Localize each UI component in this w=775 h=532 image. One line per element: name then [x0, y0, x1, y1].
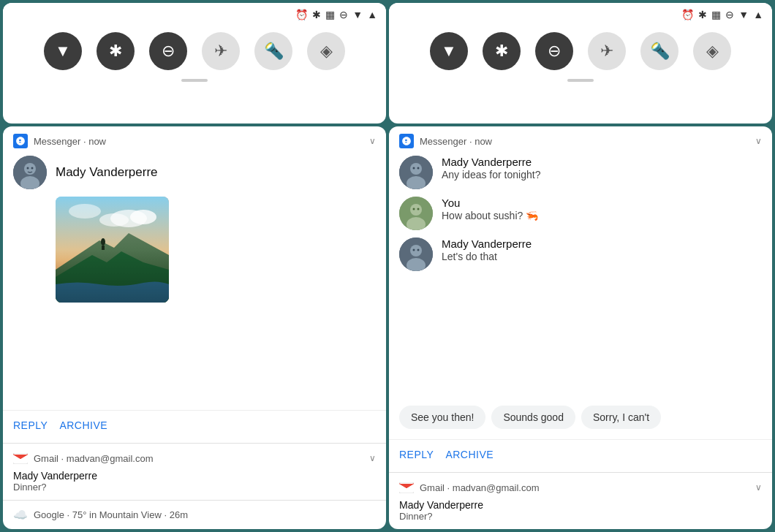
- signal-icon: ▲: [367, 9, 377, 20]
- gmail-header: Gmail · madvan@gmail.com ∨: [13, 451, 376, 466]
- clock-icon: ⏰: [681, 9, 694, 20]
- sender-row: Mady Vanderperre: [13, 156, 376, 189]
- chevron-down-icon: ∨: [369, 136, 376, 146]
- svg-point-10: [101, 238, 105, 246]
- smart-reply-see-you[interactable]: See you then!: [399, 406, 485, 429]
- gmail-icon: [399, 480, 414, 495]
- chevron-down-icon: ∨: [755, 136, 762, 146]
- cloud-icon: ☁️: [13, 508, 28, 522]
- avatar: [399, 197, 433, 230]
- smart-reply-sorry[interactable]: Sorry, I can't: [581, 406, 661, 429]
- avatar: [13, 156, 47, 189]
- gmail-icon: [13, 451, 28, 466]
- cast-icon: ▦: [325, 9, 335, 20]
- reply-button[interactable]: Reply: [13, 415, 59, 436]
- gmail-subject: Dinner?: [13, 482, 376, 493]
- bluetooth-toggle[interactable]: ✱: [97, 32, 135, 70]
- svg-point-17: [417, 167, 420, 170]
- smart-replies: See you then! Sounds good Sorry, I can't: [389, 400, 772, 436]
- svg-point-8: [99, 213, 129, 227]
- svg-point-14: [410, 163, 422, 175]
- gmail-sender: Mady Vanderperre: [399, 499, 762, 511]
- chat-sender-name: Mady Vanderperre: [442, 156, 762, 168]
- drag-handle: [567, 79, 594, 82]
- chat-message-text: Let's do that: [442, 251, 762, 262]
- gmail-app-label: Gmail · madvan@gmail.com: [34, 453, 363, 464]
- rotate-toggle[interactable]: ◈: [307, 32, 345, 70]
- svg-point-26: [413, 249, 415, 251]
- right-bottom-panel: Messenger · now ∨ Mady Vanderperre Any i…: [389, 126, 772, 529]
- left-bottom-panel: Messenger · now ∨ Mady Vande: [3, 126, 386, 529]
- right-quick-toggles: ▼ ✱ ⊖ ✈ 🔦 ◈: [389, 26, 772, 79]
- left-top-panel: ⏰ ✱ ▦ ⊖ ▼ ▲ ▼ ✱ ⊖ ✈ 🔦 ◈: [3, 3, 386, 123]
- dnd-status-icon: ⊖: [725, 9, 734, 20]
- wifi-toggle[interactable]: ▼: [430, 32, 468, 70]
- wifi-status-icon: ▼: [738, 9, 749, 20]
- messenger-notif-header: Messenger · now ∨: [3, 126, 386, 153]
- airplane-toggle[interactable]: ✈: [588, 32, 626, 70]
- sender-name: Mady Vanderperre: [56, 165, 158, 180]
- archive-button[interactable]: Archive: [59, 415, 119, 436]
- svg-point-21: [413, 208, 415, 210]
- chat-row: Mady Vanderperre Let's do that: [399, 238, 762, 271]
- chat-sender-name: Mady Vanderperre: [442, 238, 762, 250]
- signal-icon: ▲: [753, 9, 763, 20]
- chat-text-block: You How about sushi? 🦐: [442, 197, 762, 221]
- bluetooth-toggle[interactable]: ✱: [483, 32, 521, 70]
- left-status-bar: ⏰ ✱ ▦ ⊖ ▼ ▲: [3, 3, 386, 26]
- gmail-header: Gmail · madvan@gmail.com ∨: [399, 480, 762, 495]
- svg-point-24: [410, 245, 422, 256]
- weather-notification: ☁️ Google · 75° in Mountain View · 26m: [3, 500, 386, 529]
- dnd-toggle[interactable]: ⊖: [149, 32, 187, 70]
- messenger-action-row: Reply Archive: [3, 410, 386, 443]
- messenger-notif-content: Mady Vanderperre: [3, 153, 386, 407]
- messenger-app-label: Messenger · now: [420, 136, 749, 147]
- messenger-action-row: Reply Archive: [389, 439, 772, 472]
- avatar-image: [13, 156, 47, 189]
- smart-reply-sounds-good[interactable]: Sounds good: [491, 406, 575, 429]
- svg-point-16: [413, 167, 415, 170]
- wifi-status-icon: ▼: [352, 9, 363, 20]
- left-quick-toggles: ▼ ✱ ⊖ ✈ 🔦 ◈: [3, 26, 386, 79]
- gmail-notification: Gmail · madvan@gmail.com ∨ Mady Vanderpe…: [3, 443, 386, 500]
- rotate-toggle[interactable]: ◈: [693, 32, 731, 70]
- chat-row: You How about sushi? 🦐: [399, 197, 762, 230]
- avatar: [399, 156, 433, 189]
- message-image: [56, 197, 169, 303]
- right-top-panel: ⏰ ✱ ▦ ⊖ ▼ ▲ ▼ ✱ ⊖ ✈ 🔦 ◈: [389, 3, 772, 123]
- dnd-status-icon: ⊖: [339, 9, 348, 20]
- drag-handle: [181, 79, 208, 82]
- wifi-toggle[interactable]: ▼: [44, 32, 82, 70]
- chat-message-text: How about sushi? 🦐: [442, 210, 762, 221]
- chat-row: Mady Vanderperre Any ideas for tonight?: [399, 156, 762, 189]
- svg-rect-11: [102, 246, 105, 250]
- avatar: [399, 238, 433, 271]
- chat-message-text: Any ideas for tonight?: [442, 169, 762, 180]
- reply-button[interactable]: Reply: [399, 444, 445, 465]
- svg-point-19: [410, 204, 422, 216]
- messenger-app-icon: [399, 134, 414, 148]
- gmail-sender: Mady Vanderperre: [13, 470, 376, 482]
- messenger-app-icon: [13, 134, 28, 148]
- right-status-bar: ⏰ ✱ ▦ ⊖ ▼ ▲: [389, 3, 772, 26]
- archive-button[interactable]: Archive: [445, 444, 505, 465]
- airplane-toggle[interactable]: ✈: [202, 32, 240, 70]
- svg-point-22: [417, 208, 420, 210]
- gmail-subject: Dinner?: [399, 511, 762, 522]
- weather-text: Google · 75° in Mountain View · 26m: [34, 509, 188, 520]
- flashlight-toggle[interactable]: 🔦: [254, 32, 292, 70]
- chevron-down-icon: ∨: [755, 482, 762, 493]
- chevron-down-icon: ∨: [369, 453, 376, 463]
- messenger-notif-header: Messenger · now ∨: [389, 126, 772, 153]
- clock-icon: ⏰: [295, 9, 308, 20]
- chat-sender-name: You: [442, 197, 762, 209]
- gmail-app-label: Gmail · madvan@gmail.com: [420, 482, 749, 493]
- chat-messages-content: Mady Vanderperre Any ideas for tonight? …: [389, 153, 772, 400]
- svg-point-7: [130, 210, 156, 224]
- messenger-app-label: Messenger · now: [34, 136, 363, 147]
- flashlight-toggle[interactable]: 🔦: [640, 32, 678, 70]
- dnd-toggle[interactable]: ⊖: [535, 32, 573, 70]
- bluetooth-status-icon: ✱: [312, 9, 321, 20]
- svg-point-9: [69, 204, 101, 218]
- svg-point-27: [417, 249, 420, 251]
